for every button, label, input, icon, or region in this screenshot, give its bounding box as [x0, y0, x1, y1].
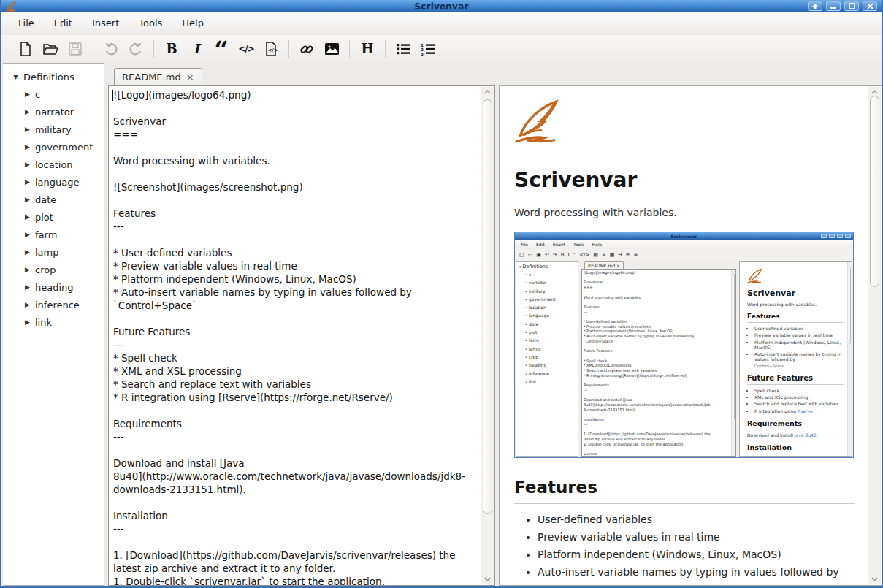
markdown-editor[interactable]: ![Logo](images/logo64.png) Scrivenvar ==…: [108, 85, 495, 586]
mini-body: ▾Definitions ‣c‣narrator‣military‣govern…: [515, 261, 853, 457]
menu-item[interactable]: Insert: [92, 18, 119, 28]
sidebar-item[interactable]: ▶ date: [3, 191, 104, 208]
minimize-button[interactable]: [826, 1, 841, 11]
chevron-right-icon[interactable]: ▶: [25, 283, 35, 291]
mini-tree-item: ‣location: [519, 305, 578, 313]
heading-button[interactable]: H: [358, 39, 377, 59]
svg-text:</>: </>: [268, 47, 278, 53]
blockquote-button[interactable]: “: [212, 39, 231, 59]
features-heading: Features: [514, 478, 865, 497]
tab-close-icon[interactable]: ×: [186, 72, 194, 83]
image-button[interactable]: [322, 39, 341, 59]
bulleted-list-button[interactable]: [394, 39, 413, 59]
chevron-right-icon[interactable]: ▶: [25, 248, 35, 256]
menu-item[interactable]: Edit: [54, 18, 72, 28]
new-file-button[interactable]: [16, 39, 35, 59]
code-block-button[interactable]: </>: [261, 39, 280, 59]
mini-toolbar-icon: ∞: [602, 253, 606, 258]
sidebar-item-definitions[interactable]: ▼ Definitions: [3, 68, 104, 85]
tree-item-label: military: [35, 124, 72, 135]
mini-toolbar-icon: ▤: [593, 253, 598, 258]
mini-tree-item: ‣date: [519, 321, 578, 329]
mini-tree-item: ‣military: [519, 289, 578, 297]
chevron-right-icon[interactable]: ▶: [25, 301, 35, 308]
sidebar-item[interactable]: ▶ government: [3, 138, 104, 156]
scroll-up-icon[interactable]: [481, 87, 494, 97]
chevron-right-icon[interactable]: ▶: [25, 91, 35, 98]
app-window: Scrivenvar FileEditInsertToolsHelp: [0, 0, 883, 588]
sidebar-item[interactable]: ▶ language: [3, 173, 104, 191]
link-button[interactable]: [297, 39, 316, 59]
mini-editor-scrollbar: [731, 270, 735, 456]
menubar: FileEditInsertToolsHelp: [1, 12, 882, 34]
tab-readme[interactable]: README.md ×: [114, 68, 202, 85]
mini-tree-root: ▾Definitions: [519, 264, 578, 272]
scroll-down-icon[interactable]: [481, 574, 494, 584]
mini-toolbar-icon: ▦: [610, 253, 615, 258]
chevron-right-icon[interactable]: ▶: [25, 161, 35, 168]
shade-window-button[interactable]: [808, 1, 822, 11]
chevron-right-icon[interactable]: ▶: [25, 318, 35, 326]
sidebar-item[interactable]: ▶ crop: [3, 261, 104, 278]
preview-scroll-thumb[interactable]: [870, 96, 879, 287]
tree-items: ▶ c ▶ narrator ▶ military ▶ government ▶…: [3, 85, 104, 331]
sidebar-item[interactable]: ▶ narrator: [3, 103, 104, 121]
sidebar-item[interactable]: ▶ farm: [3, 226, 104, 243]
sidebar-item[interactable]: ▶ heading: [3, 278, 104, 296]
mini-java-link: Java 8u40: [795, 432, 817, 438]
menu-item[interactable]: File: [18, 18, 34, 28]
sidebar-item[interactable]: ▶ plot: [3, 208, 104, 226]
feature-item: User-defined variables: [538, 513, 865, 525]
tab-label: README.md: [122, 72, 181, 83]
sidebar-item[interactable]: ▶ military: [3, 121, 104, 138]
chevron-right-icon[interactable]: ▶: [25, 126, 35, 133]
chevron-right-icon[interactable]: ▶: [25, 231, 35, 238]
mini-tab: README.md ×: [584, 261, 624, 269]
feature-item: Platform independent (Windows, Linux, Ma…: [538, 549, 865, 560]
mini-tree-item: ‣heading: [519, 362, 578, 370]
chevron-down-icon[interactable]: ▼: [13, 73, 23, 80]
menu-item[interactable]: Tools: [139, 18, 162, 28]
chevron-right-icon[interactable]: ▶: [25, 108, 35, 115]
bold-button[interactable]: B: [162, 39, 181, 59]
sidebar-item[interactable]: ▶ inference: [3, 296, 104, 313]
mini-menu-item: Edit: [536, 242, 545, 247]
mini-menu-item: Insert: [553, 242, 565, 247]
maximize-button[interactable]: [844, 1, 859, 11]
open-file-button[interactable]: [41, 39, 60, 59]
undo-button[interactable]: [102, 39, 121, 59]
mini-toolbar-icon: ▭: [528, 253, 533, 258]
sidebar-item[interactable]: ▶ lamp: [3, 243, 104, 261]
tree-item-label: lamp: [35, 247, 59, 258]
close-button[interactable]: [863, 1, 877, 11]
chevron-right-icon[interactable]: ▶: [25, 266, 35, 273]
chevron-right-icon[interactable]: ▶: [25, 196, 35, 203]
tree-item-label: crop: [35, 264, 56, 275]
embedded-screenshot-image: Scrivenvar FileEditInsertToolsHelp ▢▭▣↶↷…: [514, 232, 854, 458]
redo-button[interactable]: [126, 39, 145, 59]
editor-scroll-thumb[interactable]: [483, 99, 492, 514]
mini-menu-item: Tools: [573, 242, 584, 247]
sidebar-item[interactable]: ▶ c: [3, 85, 104, 103]
italic-button[interactable]: I: [187, 39, 206, 59]
tree-item-label: government: [35, 142, 93, 153]
editor-scrollbar[interactable]: [481, 87, 494, 584]
chevron-right-icon[interactable]: ▶: [25, 143, 35, 150]
open-folder-icon: [42, 42, 58, 56]
editor-text[interactable]: ![Logo](images/logo64.png) Scrivenvar ==…: [113, 88, 477, 585]
numbered-list-button[interactable]: 123: [418, 39, 437, 59]
toolbar-separator: [93, 40, 93, 58]
tree-item-label: link: [35, 317, 52, 328]
mini-toolbar-icon: ≡: [626, 253, 630, 258]
preview-scrollbar[interactable]: [868, 87, 881, 584]
chevron-right-icon[interactable]: ▶: [25, 213, 35, 221]
save-file-button[interactable]: [66, 39, 85, 59]
sidebar-item[interactable]: ▶ location: [3, 156, 104, 173]
mini-tree-item: ‣plot: [519, 329, 578, 337]
menu-item[interactable]: Help: [182, 18, 204, 28]
inline-code-button[interactable]: </>: [237, 39, 256, 59]
mini-toolbar-icon: ▣: [536, 253, 541, 258]
scroll-down-icon[interactable]: [868, 574, 881, 584]
sidebar-item[interactable]: ▶ link: [3, 313, 104, 331]
chevron-right-icon[interactable]: ▶: [25, 178, 35, 186]
